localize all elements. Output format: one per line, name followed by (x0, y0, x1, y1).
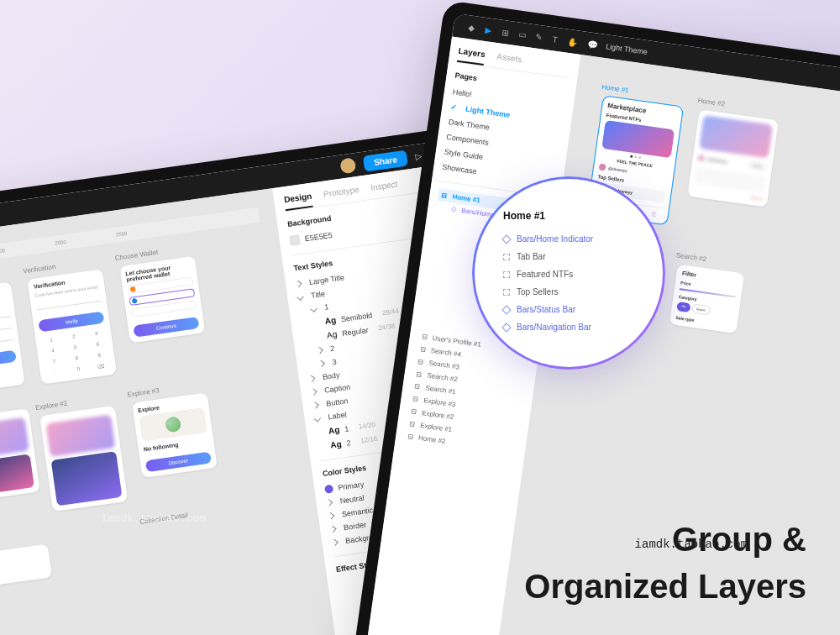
layer-item[interactable]: Top Sellers (503, 283, 634, 301)
artboard-home2[interactable]: @dewwyyShare Report (688, 109, 780, 207)
credit-text: iamdk.taobao.com (635, 538, 748, 551)
orb-graphic (165, 416, 181, 433)
component-icon (501, 305, 511, 314)
pen-tool-icon[interactable]: ✎ (535, 32, 543, 42)
artboard-search4[interactable] (0, 543, 52, 587)
layer-item[interactable]: Bars/Navigation Bar (503, 318, 634, 336)
artboard-signup[interactable]: Sign up Create new account Sign up (0, 282, 25, 395)
frame-icon (503, 254, 510, 260)
zoom-bubble: Home #1 Bars/Home Indicator Tab Bar Feat… (472, 176, 665, 370)
title-line2: Organized Layers (524, 563, 806, 610)
numeric-keypad[interactable]: 123456789.0⌫ (40, 328, 111, 378)
share-button[interactable]: Share (363, 150, 408, 171)
file-name[interactable]: Light Theme (606, 42, 648, 56)
play-icon[interactable]: ▷ (415, 151, 423, 161)
artboard-verification[interactable]: Verification Code has been sent to your … (28, 269, 118, 384)
artboard-wallet[interactable]: Let choose your preferred wallet Continu… (119, 256, 205, 344)
blurred-hero (46, 414, 116, 456)
artboard-explore1[interactable] (0, 408, 40, 502)
bg-hex[interactable]: E5E5E5 (304, 231, 333, 243)
shape-tool-icon[interactable]: ▭ (517, 29, 526, 39)
tab-layers[interactable]: Layers (457, 46, 486, 66)
artboard-filter[interactable]: Filter Price Category Art Music Sale typ… (669, 265, 744, 333)
frame-icon (503, 271, 510, 278)
comment-tool-icon[interactable]: 💬 (587, 39, 598, 50)
action-button[interactable]: Discover (145, 451, 212, 472)
hand-tool-icon[interactable]: ✋ (567, 36, 578, 47)
signup-button[interactable]: Sign up (0, 350, 17, 371)
tab-assets[interactable]: Assets (496, 51, 522, 71)
user-avatar[interactable] (339, 157, 356, 174)
metamask-icon (130, 286, 136, 292)
continue-button[interactable]: Continue (133, 317, 199, 338)
coinbase-icon (132, 298, 138, 304)
layer-item[interactable]: Bars/Home Indicator (503, 230, 634, 248)
layer-item[interactable]: Tab Bar (503, 248, 634, 265)
bg-swatch[interactable] (289, 234, 301, 246)
input[interactable] (0, 333, 13, 349)
bubble-heading: Home #1 (503, 210, 634, 222)
move-tool-icon[interactable]: ▶ (485, 25, 492, 35)
blurred-hero (0, 417, 29, 459)
tab-prototype[interactable]: Prototype (323, 185, 360, 206)
figma-icon[interactable]: ◆ (468, 23, 475, 33)
frame-icon (503, 289, 510, 296)
hero-title: Group & Organized Layers (524, 516, 806, 610)
artboard-explore2[interactable] (40, 405, 129, 511)
tab-inspect[interactable]: Inspect (370, 179, 400, 198)
layer-item[interactable]: Bars/Status Bar (503, 301, 634, 318)
text-tool-icon[interactable]: T (552, 34, 559, 45)
seller-handle: @dewwyy (608, 165, 627, 173)
profile-icon[interactable]: ☰ (650, 211, 656, 218)
artboard-explore3[interactable]: Explore No following Discover (132, 392, 218, 478)
layer-item[interactable]: Featured NTFs (503, 265, 634, 283)
tab-design[interactable]: Design (283, 192, 313, 211)
component-icon (501, 234, 511, 244)
frame-tool-icon[interactable]: ⊞ (501, 27, 509, 37)
watermark-text: iamdk.taobao.com (101, 512, 206, 525)
component-icon (501, 323, 511, 332)
